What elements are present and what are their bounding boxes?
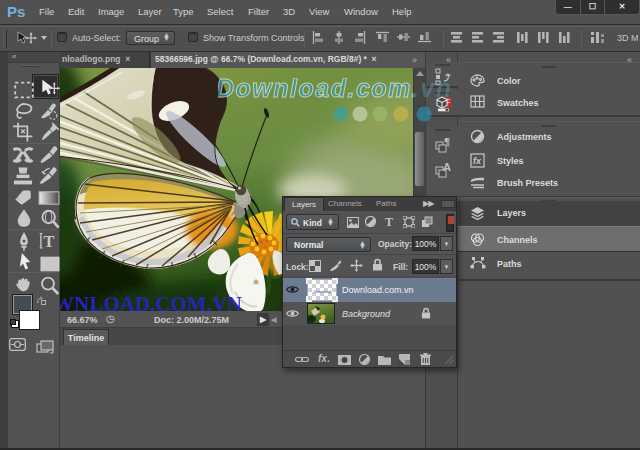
svg-text:¶: ¶ <box>444 136 450 147</box>
svg-text:WNLOAD.COM.VN: WNLOAD.COM.VN <box>60 292 242 311</box>
svg-text:A: A <box>443 161 451 173</box>
svg-text:fx: fx <box>473 156 482 166</box>
svg-text:T: T <box>43 233 54 251</box>
svg-text:Download: Download <box>314 290 331 294</box>
